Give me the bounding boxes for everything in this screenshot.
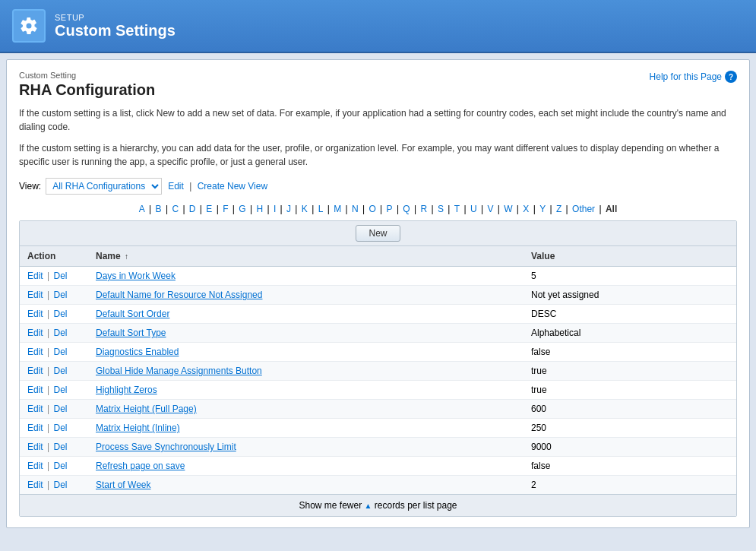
alpha-G[interactable]: G — [237, 204, 247, 214]
record-name-link-5[interactable]: Global Hide Manage Assignments Button — [96, 366, 262, 376]
alpha-J[interactable]: J — [285, 204, 293, 214]
record-name-link-6[interactable]: Highlight Zeros — [96, 385, 157, 395]
alpha-K[interactable]: K — [300, 204, 309, 214]
value-cell: 5 — [524, 267, 736, 286]
page-title-header: Custom Settings — [55, 22, 176, 40]
del-link-11[interactable]: Del — [53, 480, 67, 490]
alpha-M[interactable]: M — [332, 204, 343, 214]
edit-link-2[interactable]: Edit — [27, 309, 43, 319]
name-cell: Default Name for Resource Not Assigned — [88, 286, 524, 305]
value-cell: 2 — [524, 476, 736, 495]
edit-link-4[interactable]: Edit — [27, 347, 43, 357]
alpha-R[interactable]: R — [419, 204, 429, 214]
table-row: Edit | DelDefault Sort TypeAlphabetical — [20, 324, 736, 343]
record-name-link-3[interactable]: Default Sort Type — [96, 328, 166, 338]
alpha-Y[interactable]: Y — [538, 204, 547, 214]
alpha-L[interactable]: L — [317, 204, 325, 214]
alpha-N[interactable]: N — [350, 204, 360, 214]
view-bar: View: All RHA Configurations Edit | Crea… — [19, 178, 737, 195]
table-row: Edit | DelMatrix Height (Inline)250 — [20, 419, 736, 438]
del-link-5[interactable]: Del — [53, 366, 67, 376]
alpha-O[interactable]: O — [367, 204, 377, 214]
edit-link-6[interactable]: Edit — [27, 385, 43, 395]
alpha-X[interactable]: X — [521, 204, 530, 214]
new-button-row: New — [20, 221, 736, 246]
edit-link-9[interactable]: Edit — [27, 442, 43, 452]
action-cell: Edit | Del — [20, 267, 88, 286]
alpha-C[interactable]: C — [170, 204, 180, 214]
action-cell: Edit | Del — [20, 419, 88, 438]
del-link-8[interactable]: Del — [53, 423, 67, 433]
del-link-4[interactable]: Del — [53, 347, 67, 357]
alpha-A[interactable]: A — [138, 204, 147, 214]
edit-link-0[interactable]: Edit — [27, 271, 43, 281]
main-content: Custom Setting RHA Configuration Help fo… — [6, 59, 750, 528]
view-select[interactable]: All RHA Configurations — [46, 178, 162, 195]
del-link-7[interactable]: Del — [53, 404, 67, 414]
description-1: If the custom setting is a list, click N… — [19, 106, 737, 134]
edit-link-11[interactable]: Edit — [27, 480, 43, 490]
del-link-9[interactable]: Del — [53, 442, 67, 452]
footer-text1: Show me fewer — [299, 500, 362, 511]
record-name-link-7[interactable]: Matrix Height (Full Page) — [96, 404, 197, 414]
alpha-H[interactable]: H — [255, 204, 264, 214]
alpha-all[interactable]: All — [604, 204, 618, 214]
alpha-U[interactable]: U — [469, 204, 479, 214]
edit-link-8[interactable]: Edit — [27, 423, 43, 433]
table-row: Edit | DelProcess Save Synchronously Lim… — [20, 438, 736, 457]
alpha-B[interactable]: B — [154, 204, 163, 214]
del-link-6[interactable]: Del — [53, 385, 67, 395]
edit-link-7[interactable]: Edit — [27, 404, 43, 414]
table-row: Edit | DelDays in Work Week5 — [20, 267, 736, 286]
record-name-link-11[interactable]: Start of Week — [96, 480, 150, 490]
del-link-0[interactable]: Del — [53, 271, 67, 281]
help-link[interactable]: Help for this Page ? — [650, 71, 737, 83]
edit-link-10[interactable]: Edit — [27, 461, 43, 471]
alpha-I[interactable]: I — [272, 204, 277, 214]
del-link-10[interactable]: Del — [53, 461, 67, 471]
record-name-link-9[interactable]: Process Save Synchronously Limit — [96, 442, 236, 452]
del-link-2[interactable]: Del — [53, 309, 67, 319]
name-cell: Default Sort Type — [88, 324, 524, 343]
create-view-link[interactable]: Create New View — [198, 181, 267, 192]
alpha-W[interactable]: W — [502, 204, 514, 214]
view-label: View: — [19, 181, 41, 192]
record-name-link-2[interactable]: Default Sort Order — [96, 309, 169, 319]
alpha-D[interactable]: D — [188, 204, 198, 214]
edit-link-1[interactable]: Edit — [27, 290, 43, 300]
alpha-P[interactable]: P — [385, 204, 394, 214]
alpha-nav: A | B | C | D | E | F | G | H | I | J | … — [19, 201, 737, 220]
view-links: Edit | Create New View — [168, 181, 267, 192]
alpha-T[interactable]: T — [453, 204, 461, 214]
footer-text2: records per list page — [375, 500, 457, 511]
edit-view-link[interactable]: Edit — [168, 181, 184, 192]
del-link-3[interactable]: Del — [53, 328, 67, 338]
alpha-Z[interactable]: Z — [555, 204, 563, 214]
action-cell: Edit | Del — [20, 476, 88, 495]
edit-link-5[interactable]: Edit — [27, 366, 43, 376]
name-cell: Highlight Zeros — [88, 381, 524, 400]
alpha-F[interactable]: F — [221, 204, 229, 214]
fewer-arrow-icon[interactable]: ▲ — [365, 502, 372, 510]
help-text: Help for this Page — [650, 71, 722, 82]
alpha-Q[interactable]: Q — [401, 204, 411, 214]
record-name-link-0[interactable]: Days in Work Week — [96, 271, 176, 281]
table-row: Edit | DelDefault Sort OrderDESC — [20, 305, 736, 324]
action-cell: Edit | Del — [20, 438, 88, 457]
record-name-link-8[interactable]: Matrix Height (Inline) — [96, 423, 180, 433]
table-row: Edit | DelDiagnostics Enabledfalse — [20, 343, 736, 362]
del-link-1[interactable]: Del — [53, 290, 67, 300]
record-name-link-1[interactable]: Default Name for Resource Not Assigned — [96, 290, 262, 300]
action-cell: Edit | Del — [20, 286, 88, 305]
alpha-E[interactable]: E — [204, 204, 214, 214]
record-name-link-10[interactable]: Refresh page on save — [96, 461, 185, 471]
page-header: SETUP Custom Settings — [0, 0, 756, 53]
alpha-V[interactable]: V — [486, 204, 495, 214]
name-cell: Matrix Height (Full Page) — [88, 400, 524, 419]
record-name-link-4[interactable]: Diagnostics Enabled — [96, 347, 179, 357]
new-button[interactable]: New — [356, 225, 400, 242]
alpha-S[interactable]: S — [436, 204, 445, 214]
alpha-other[interactable]: Other — [571, 204, 596, 214]
edit-link-3[interactable]: Edit — [27, 328, 43, 338]
value-cell: Alphabetical — [524, 324, 736, 343]
